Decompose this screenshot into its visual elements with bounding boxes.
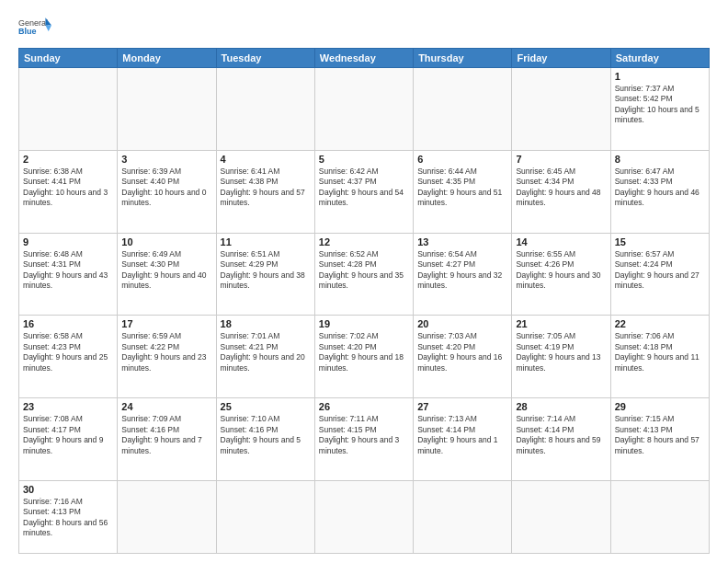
day-number: 22 (615, 318, 705, 329)
day-info: Sunrise: 7:05 AM Sunset: 4:19 PM Dayligh… (516, 331, 606, 373)
day-cell: 22Sunrise: 7:06 AM Sunset: 4:18 PM Dayli… (610, 316, 709, 398)
day-number: 27 (417, 401, 507, 412)
day-cell: 1Sunrise: 7:37 AM Sunset: 5:42 PM Daylig… (610, 68, 709, 151)
day-cell (414, 68, 512, 151)
day-info: Sunrise: 7:10 AM Sunset: 4:16 PM Dayligh… (221, 414, 311, 456)
day-cell (610, 480, 709, 553)
day-number: 10 (121, 236, 211, 247)
day-info: Sunrise: 7:03 AM Sunset: 4:20 PM Dayligh… (417, 331, 507, 373)
weekday-header-monday: Monday (118, 49, 216, 68)
day-number: 11 (221, 236, 311, 247)
day-cell (118, 68, 216, 151)
day-cell: 29Sunrise: 7:15 AM Sunset: 4:13 PM Dayli… (610, 398, 709, 481)
weekday-header-sunday: Sunday (19, 49, 118, 68)
day-number: 8 (615, 154, 705, 165)
day-info: Sunrise: 6:52 AM Sunset: 4:28 PM Dayligh… (319, 249, 409, 292)
svg-text:General: General (18, 18, 48, 28)
day-info: Sunrise: 6:41 AM Sunset: 4:38 PM Dayligh… (221, 167, 311, 209)
day-info: Sunrise: 6:39 AM Sunset: 4:40 PM Dayligh… (121, 167, 211, 209)
day-number: 20 (417, 318, 507, 329)
day-info: Sunrise: 6:38 AM Sunset: 4:41 PM Dayligh… (23, 167, 113, 209)
day-info: Sunrise: 6:49 AM Sunset: 4:30 PM Dayligh… (121, 249, 211, 292)
day-number: 29 (615, 401, 705, 412)
svg-text:Blue: Blue (18, 27, 37, 36)
day-info: Sunrise: 6:44 AM Sunset: 4:35 PM Dayligh… (417, 167, 507, 209)
day-info: Sunrise: 7:13 AM Sunset: 4:14 PM Dayligh… (417, 414, 507, 456)
weekday-header-saturday: Saturday (610, 49, 709, 68)
day-cell: 20Sunrise: 7:03 AM Sunset: 4:20 PM Dayli… (414, 316, 512, 398)
day-number: 19 (319, 318, 409, 329)
day-cell: 16Sunrise: 6:58 AM Sunset: 4:23 PM Dayli… (19, 316, 118, 398)
day-number: 4 (221, 154, 311, 165)
weekday-header-tuesday: Tuesday (216, 49, 314, 68)
calendar-table: SundayMondayTuesdayWednesdayThursdayFrid… (18, 48, 710, 554)
day-info: Sunrise: 7:37 AM Sunset: 5:42 PM Dayligh… (615, 84, 705, 126)
day-number: 5 (319, 154, 409, 165)
day-number: 2 (23, 154, 113, 165)
day-cell: 5Sunrise: 6:42 AM Sunset: 4:37 PM Daylig… (314, 150, 413, 233)
day-number: 9 (23, 236, 113, 247)
day-number: 3 (121, 154, 211, 165)
day-info: Sunrise: 7:08 AM Sunset: 4:17 PM Dayligh… (23, 414, 113, 456)
day-number: 16 (23, 318, 113, 329)
day-cell: 30Sunrise: 7:16 AM Sunset: 4:13 PM Dayli… (19, 480, 118, 553)
day-cell: 15Sunrise: 6:57 AM Sunset: 4:24 PM Dayli… (610, 233, 709, 316)
week-row-4: 16Sunrise: 6:58 AM Sunset: 4:23 PM Dayli… (19, 316, 710, 398)
day-info: Sunrise: 6:47 AM Sunset: 4:33 PM Dayligh… (615, 167, 705, 209)
day-info: Sunrise: 6:45 AM Sunset: 4:34 PM Dayligh… (516, 167, 606, 209)
day-info: Sunrise: 7:15 AM Sunset: 4:13 PM Dayligh… (615, 414, 705, 456)
day-cell: 2Sunrise: 6:38 AM Sunset: 4:41 PM Daylig… (19, 150, 118, 233)
day-info: Sunrise: 7:06 AM Sunset: 4:18 PM Dayligh… (615, 331, 705, 373)
day-cell: 19Sunrise: 7:02 AM Sunset: 4:20 PM Dayli… (314, 316, 413, 398)
week-row-3: 9Sunrise: 6:48 AM Sunset: 4:31 PM Daylig… (19, 233, 710, 316)
day-info: Sunrise: 7:16 AM Sunset: 4:13 PM Dayligh… (23, 497, 113, 539)
day-number: 21 (516, 318, 606, 329)
weekday-header-row: SundayMondayTuesdayWednesdayThursdayFrid… (19, 49, 710, 68)
day-number: 26 (319, 401, 409, 412)
day-cell: 10Sunrise: 6:49 AM Sunset: 4:30 PM Dayli… (118, 233, 216, 316)
day-cell: 4Sunrise: 6:41 AM Sunset: 4:38 PM Daylig… (216, 150, 314, 233)
day-cell: 18Sunrise: 7:01 AM Sunset: 4:21 PM Dayli… (216, 316, 314, 398)
weekday-header-thursday: Thursday (414, 49, 512, 68)
weekday-header-wednesday: Wednesday (314, 49, 413, 68)
day-cell: 8Sunrise: 6:47 AM Sunset: 4:33 PM Daylig… (610, 150, 709, 233)
week-row-6: 30Sunrise: 7:16 AM Sunset: 4:13 PM Dayli… (19, 480, 710, 553)
day-info: Sunrise: 7:11 AM Sunset: 4:15 PM Dayligh… (319, 414, 409, 456)
day-info: Sunrise: 7:02 AM Sunset: 4:20 PM Dayligh… (319, 331, 409, 373)
day-cell: 24Sunrise: 7:09 AM Sunset: 4:16 PM Dayli… (118, 398, 216, 481)
day-cell (414, 480, 512, 553)
day-cell: 11Sunrise: 6:51 AM Sunset: 4:29 PM Dayli… (216, 233, 314, 316)
day-number: 18 (221, 318, 311, 329)
day-info: Sunrise: 6:54 AM Sunset: 4:27 PM Dayligh… (417, 249, 507, 292)
day-cell (314, 68, 413, 151)
day-cell: 28Sunrise: 7:14 AM Sunset: 4:14 PM Dayli… (512, 398, 610, 481)
day-info: Sunrise: 6:51 AM Sunset: 4:29 PM Dayligh… (221, 249, 311, 292)
day-info: Sunrise: 7:01 AM Sunset: 4:21 PM Dayligh… (221, 331, 311, 373)
day-number: 12 (319, 236, 409, 247)
logo: General Blue (18, 15, 51, 40)
day-cell: 23Sunrise: 7:08 AM Sunset: 4:17 PM Dayli… (19, 398, 118, 481)
day-cell: 14Sunrise: 6:55 AM Sunset: 4:26 PM Dayli… (512, 233, 610, 316)
day-cell: 25Sunrise: 7:10 AM Sunset: 4:16 PM Dayli… (216, 398, 314, 481)
day-info: Sunrise: 6:59 AM Sunset: 4:22 PM Dayligh… (121, 331, 211, 373)
day-cell: 6Sunrise: 6:44 AM Sunset: 4:35 PM Daylig… (414, 150, 512, 233)
day-cell (512, 480, 610, 553)
day-number: 23 (23, 401, 113, 412)
day-cell (314, 480, 413, 553)
generalblue-icon: General Blue (18, 15, 51, 40)
day-cell (19, 68, 118, 151)
day-info: Sunrise: 6:42 AM Sunset: 4:37 PM Dayligh… (319, 167, 409, 209)
svg-marker-3 (45, 26, 51, 32)
day-cell: 27Sunrise: 7:13 AM Sunset: 4:14 PM Dayli… (414, 398, 512, 481)
week-row-5: 23Sunrise: 7:08 AM Sunset: 4:17 PM Dayli… (19, 398, 710, 481)
day-number: 30 (23, 484, 113, 495)
day-number: 25 (221, 401, 311, 412)
day-number: 15 (615, 236, 705, 247)
day-cell: 7Sunrise: 6:45 AM Sunset: 4:34 PM Daylig… (512, 150, 610, 233)
day-number: 7 (516, 154, 606, 165)
day-info: Sunrise: 6:58 AM Sunset: 4:23 PM Dayligh… (23, 331, 113, 373)
day-info: Sunrise: 6:48 AM Sunset: 4:31 PM Dayligh… (23, 249, 113, 292)
day-info: Sunrise: 7:14 AM Sunset: 4:14 PM Dayligh… (516, 414, 606, 456)
week-row-1: 1Sunrise: 7:37 AM Sunset: 5:42 PM Daylig… (19, 68, 710, 151)
day-cell: 9Sunrise: 6:48 AM Sunset: 4:31 PM Daylig… (19, 233, 118, 316)
